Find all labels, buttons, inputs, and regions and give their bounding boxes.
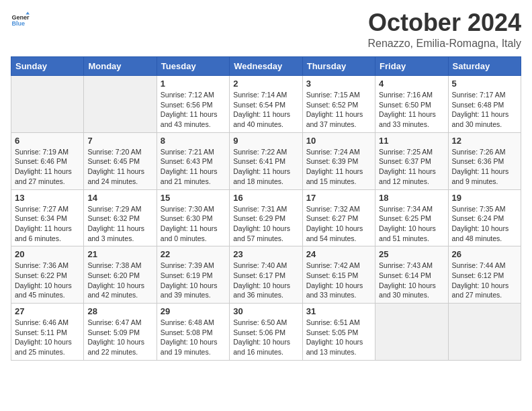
day-detail: Sunrise: 6:51 AM Sunset: 5:05 PM Dayligh… [306, 318, 371, 357]
day-number: 25 [379, 249, 444, 259]
day-cell: 30Sunrise: 6:50 AM Sunset: 5:06 PM Dayli… [230, 304, 302, 361]
day-number: 7 [87, 136, 152, 146]
day-cell: 28Sunrise: 6:47 AM Sunset: 5:09 PM Dayli… [84, 304, 157, 361]
day-number: 28 [87, 306, 152, 316]
day-cell: 11Sunrise: 7:25 AM Sunset: 6:37 PM Dayli… [375, 132, 448, 189]
header: General Blue October 2024 Renazzo, Emili… [11, 11, 521, 50]
day-detail: Sunrise: 6:47 AM Sunset: 5:09 PM Dayligh… [87, 318, 152, 357]
calendar-table: SundayMondayTuesdayWednesdayThursdayFrid… [11, 56, 521, 361]
day-detail: Sunrise: 7:15 AM Sunset: 6:52 PM Dayligh… [306, 90, 371, 130]
day-number: 1 [161, 79, 226, 89]
day-detail: Sunrise: 7:26 AM Sunset: 6:36 PM Dayligh… [452, 147, 517, 187]
day-detail: Sunrise: 7:29 AM Sunset: 6:32 PM Dayligh… [87, 204, 152, 244]
week-row-2: 6Sunrise: 7:19 AM Sunset: 6:46 PM Daylig… [11, 132, 521, 189]
logo-icon: General Blue [11, 11, 30, 30]
day-detail: Sunrise: 7:22 AM Sunset: 6:41 PM Dayligh… [233, 147, 298, 187]
day-number: 8 [161, 136, 226, 146]
day-number: 2 [233, 79, 298, 89]
day-number: 22 [161, 249, 226, 259]
title-area: October 2024 Renazzo, Emilia-Romagna, It… [367, 11, 521, 50]
day-number: 4 [379, 79, 444, 89]
day-number: 13 [15, 193, 80, 203]
day-detail: Sunrise: 6:50 AM Sunset: 5:06 PM Dayligh… [233, 318, 298, 357]
header-cell-friday: Friday [375, 57, 448, 76]
day-number: 14 [87, 193, 152, 203]
day-cell: 3Sunrise: 7:15 AM Sunset: 6:52 PM Daylig… [302, 76, 375, 133]
day-cell: 26Sunrise: 7:44 AM Sunset: 6:12 PM Dayli… [448, 246, 521, 304]
header-row: SundayMondayTuesdayWednesdayThursdayFrid… [11, 57, 521, 76]
day-cell: 29Sunrise: 6:48 AM Sunset: 5:08 PM Dayli… [157, 304, 229, 361]
day-cell: 7Sunrise: 7:20 AM Sunset: 6:45 PM Daylig… [84, 132, 157, 189]
day-cell: 22Sunrise: 7:39 AM Sunset: 6:19 PM Dayli… [157, 246, 229, 304]
day-cell: 6Sunrise: 7:19 AM Sunset: 6:46 PM Daylig… [11, 132, 84, 189]
day-cell: 15Sunrise: 7:30 AM Sunset: 6:30 PM Dayli… [157, 189, 229, 246]
day-number: 12 [452, 136, 517, 146]
day-number: 9 [233, 136, 298, 146]
day-cell: 31Sunrise: 6:51 AM Sunset: 5:05 PM Dayli… [302, 304, 375, 361]
day-number: 19 [452, 193, 517, 203]
day-number: 29 [161, 306, 226, 316]
day-cell: 27Sunrise: 6:46 AM Sunset: 5:11 PM Dayli… [11, 304, 84, 361]
day-detail: Sunrise: 7:40 AM Sunset: 6:17 PM Dayligh… [233, 261, 298, 300]
week-row-1: 1Sunrise: 7:12 AM Sunset: 6:56 PM Daylig… [11, 76, 521, 133]
day-cell: 20Sunrise: 7:36 AM Sunset: 6:22 PM Dayli… [11, 246, 84, 304]
day-detail: Sunrise: 7:17 AM Sunset: 6:48 PM Dayligh… [452, 90, 517, 130]
day-cell: 18Sunrise: 7:34 AM Sunset: 6:25 PM Dayli… [375, 189, 448, 246]
day-cell: 5Sunrise: 7:17 AM Sunset: 6:48 PM Daylig… [448, 76, 521, 133]
day-detail: Sunrise: 7:25 AM Sunset: 6:37 PM Dayligh… [379, 147, 444, 187]
day-detail: Sunrise: 7:39 AM Sunset: 6:19 PM Dayligh… [161, 261, 226, 300]
day-cell: 17Sunrise: 7:32 AM Sunset: 6:27 PM Dayli… [302, 189, 375, 246]
day-detail: Sunrise: 7:36 AM Sunset: 6:22 PM Dayligh… [15, 261, 80, 300]
svg-text:General: General [11, 14, 30, 21]
day-detail: Sunrise: 7:16 AM Sunset: 6:50 PM Dayligh… [379, 90, 444, 130]
day-cell: 16Sunrise: 7:31 AM Sunset: 6:29 PM Dayli… [230, 189, 302, 246]
day-detail: Sunrise: 7:27 AM Sunset: 6:34 PM Dayligh… [15, 204, 80, 244]
calendar-title: October 2024 [367, 11, 521, 35]
day-detail: Sunrise: 6:46 AM Sunset: 5:11 PM Dayligh… [15, 318, 80, 357]
week-row-5: 27Sunrise: 6:46 AM Sunset: 5:11 PM Dayli… [11, 304, 521, 361]
day-detail: Sunrise: 7:21 AM Sunset: 6:43 PM Dayligh… [161, 147, 226, 187]
day-number: 21 [87, 249, 152, 259]
day-cell: 13Sunrise: 7:27 AM Sunset: 6:34 PM Dayli… [11, 189, 84, 246]
day-number: 26 [452, 249, 517, 259]
day-detail: Sunrise: 7:12 AM Sunset: 6:56 PM Dayligh… [161, 90, 226, 130]
day-cell: 19Sunrise: 7:35 AM Sunset: 6:24 PM Dayli… [448, 189, 521, 246]
day-number: 5 [452, 79, 517, 89]
day-detail: Sunrise: 7:34 AM Sunset: 6:25 PM Dayligh… [379, 204, 444, 244]
day-number: 31 [306, 306, 371, 316]
header-cell-monday: Monday [84, 57, 157, 76]
day-cell: 10Sunrise: 7:24 AM Sunset: 6:39 PM Dayli… [302, 132, 375, 189]
day-detail: Sunrise: 7:43 AM Sunset: 6:14 PM Dayligh… [379, 261, 444, 300]
week-row-3: 13Sunrise: 7:27 AM Sunset: 6:34 PM Dayli… [11, 189, 521, 246]
header-cell-tuesday: Tuesday [157, 57, 229, 76]
day-cell: 4Sunrise: 7:16 AM Sunset: 6:50 PM Daylig… [375, 76, 448, 133]
day-number: 6 [15, 136, 80, 146]
svg-marker-2 [26, 11, 30, 14]
day-number: 23 [233, 249, 298, 259]
day-detail: Sunrise: 7:31 AM Sunset: 6:29 PM Dayligh… [233, 204, 298, 244]
day-cell [84, 76, 157, 133]
header-cell-thursday: Thursday [302, 57, 375, 76]
day-number: 24 [306, 249, 371, 259]
day-cell [375, 304, 448, 361]
header-cell-saturday: Saturday [448, 57, 521, 76]
day-cell: 1Sunrise: 7:12 AM Sunset: 6:56 PM Daylig… [157, 76, 229, 133]
day-number: 16 [233, 193, 298, 203]
day-cell [448, 304, 521, 361]
day-detail: Sunrise: 7:38 AM Sunset: 6:20 PM Dayligh… [87, 261, 152, 300]
day-detail: Sunrise: 7:42 AM Sunset: 6:15 PM Dayligh… [306, 261, 371, 300]
day-detail: Sunrise: 7:14 AM Sunset: 6:54 PM Dayligh… [233, 90, 298, 130]
day-number: 15 [161, 193, 226, 203]
logo: General Blue [11, 11, 30, 30]
day-cell: 8Sunrise: 7:21 AM Sunset: 6:43 PM Daylig… [157, 132, 229, 189]
week-row-4: 20Sunrise: 7:36 AM Sunset: 6:22 PM Dayli… [11, 246, 521, 304]
day-number: 17 [306, 193, 371, 203]
day-detail: Sunrise: 7:32 AM Sunset: 6:27 PM Dayligh… [306, 204, 371, 244]
day-number: 27 [15, 306, 80, 316]
day-detail: Sunrise: 7:24 AM Sunset: 6:39 PM Dayligh… [306, 147, 371, 187]
calendar-subtitle: Renazzo, Emilia-Romagna, Italy [367, 38, 521, 50]
day-detail: Sunrise: 7:35 AM Sunset: 6:24 PM Dayligh… [452, 204, 517, 244]
day-number: 20 [15, 249, 80, 259]
day-detail: Sunrise: 7:44 AM Sunset: 6:12 PM Dayligh… [452, 261, 517, 300]
day-cell: 25Sunrise: 7:43 AM Sunset: 6:14 PM Dayli… [375, 246, 448, 304]
